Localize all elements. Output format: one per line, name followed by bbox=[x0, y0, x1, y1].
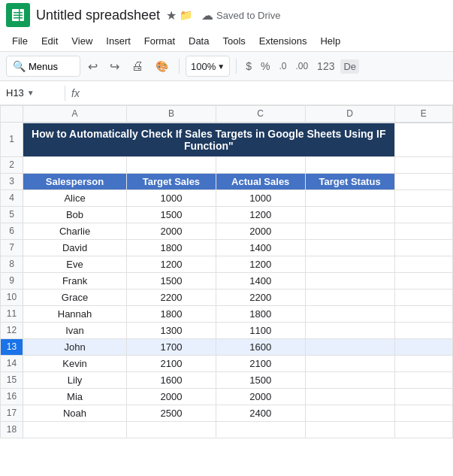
folder-icon[interactable]: 📁 bbox=[180, 9, 192, 21]
cell-e13[interactable] bbox=[394, 338, 452, 355]
cell-d2[interactable] bbox=[305, 156, 394, 173]
cell-a18[interactable] bbox=[23, 421, 127, 438]
header-target-sales[interactable]: Target Sales bbox=[127, 173, 216, 189]
redo-button[interactable]: ↪ bbox=[105, 56, 124, 77]
header-actual-sales[interactable]: Actual Sales bbox=[216, 173, 305, 189]
print-button[interactable]: 🖨 bbox=[127, 56, 148, 76]
cell-c5[interactable]: 1200 bbox=[216, 206, 305, 223]
cell-c13[interactable]: 1600 bbox=[216, 338, 305, 355]
cell-a8[interactable]: Eve bbox=[23, 256, 127, 272]
cell-d12[interactable] bbox=[305, 322, 394, 338]
row-num-2[interactable]: 2 bbox=[1, 156, 23, 173]
cell-reference[interactable]: H13 ▼ bbox=[6, 87, 59, 99]
spreadsheet-title-cell[interactable]: How to Automatically Check If Sales Targ… bbox=[23, 123, 395, 157]
row-num-18[interactable]: 18 bbox=[1, 421, 23, 438]
row-num-15[interactable]: 15 bbox=[1, 371, 23, 388]
cell-e6[interactable] bbox=[394, 223, 452, 239]
cell-d18[interactable] bbox=[305, 421, 394, 438]
cell-e2[interactable] bbox=[394, 156, 452, 173]
row-num-12[interactable]: 12 bbox=[1, 322, 23, 338]
search-menus[interactable]: 🔍 bbox=[6, 56, 80, 77]
cell-b4[interactable]: 1000 bbox=[127, 189, 216, 206]
cell-c2[interactable] bbox=[216, 156, 305, 173]
cell-a11[interactable]: Hannah bbox=[23, 305, 127, 322]
row-num-14[interactable]: 14 bbox=[1, 355, 23, 371]
cell-d9[interactable] bbox=[305, 272, 394, 289]
menu-insert[interactable]: Insert bbox=[100, 32, 137, 50]
cell-a2[interactable] bbox=[23, 156, 127, 173]
row-num-7[interactable]: 7 bbox=[1, 239, 23, 256]
row-num-8[interactable]: 8 bbox=[1, 256, 23, 272]
cell-a5[interactable]: Bob bbox=[23, 206, 127, 223]
header-salesperson[interactable]: Salesperson bbox=[23, 173, 127, 189]
cell-d7[interactable] bbox=[305, 239, 394, 256]
cell-c15[interactable]: 1500 bbox=[216, 371, 305, 388]
cell-e15[interactable] bbox=[394, 371, 452, 388]
menu-data[interactable]: Data bbox=[183, 32, 215, 50]
cell-e8[interactable] bbox=[394, 256, 452, 272]
cell-e16[interactable] bbox=[394, 388, 452, 405]
row-num-16[interactable]: 16 bbox=[1, 388, 23, 405]
cell-e12[interactable] bbox=[394, 322, 452, 338]
cell-c17[interactable]: 2400 bbox=[216, 405, 305, 421]
cell-e17[interactable] bbox=[394, 405, 452, 421]
row-num-10[interactable]: 10 bbox=[1, 289, 23, 305]
cell-d15[interactable] bbox=[305, 371, 394, 388]
col-header-b[interactable]: B bbox=[127, 106, 216, 123]
cell-e14[interactable] bbox=[394, 355, 452, 371]
cell-c18[interactable] bbox=[216, 421, 305, 438]
row-num-3[interactable]: 3 bbox=[1, 173, 23, 189]
cell-c9[interactable]: 1400 bbox=[216, 272, 305, 289]
cell-a4[interactable]: Alice bbox=[23, 189, 127, 206]
cell-b12[interactable]: 1300 bbox=[127, 322, 216, 338]
cell-d11[interactable] bbox=[305, 305, 394, 322]
star-icon[interactable]: ★ bbox=[166, 8, 177, 23]
cell-c8[interactable]: 1200 bbox=[216, 256, 305, 272]
currency-button[interactable]: $ bbox=[243, 59, 255, 74]
row-num-4[interactable]: 4 bbox=[1, 189, 23, 206]
decimal-dec-button[interactable]: .0 bbox=[276, 59, 289, 73]
menu-format[interactable]: Format bbox=[138, 32, 181, 50]
cell-a16[interactable]: Mia bbox=[23, 388, 127, 405]
cell-b2[interactable] bbox=[127, 156, 216, 173]
percent-button[interactable]: % bbox=[258, 59, 273, 74]
cell-b6[interactable]: 2000 bbox=[127, 223, 216, 239]
zoom-control[interactable]: 100% ▼ bbox=[186, 56, 230, 77]
cell-b16[interactable]: 2000 bbox=[127, 388, 216, 405]
menu-view[interactable]: View bbox=[65, 32, 98, 50]
cell-a17[interactable]: Noah bbox=[23, 405, 127, 421]
col-header-a[interactable]: A bbox=[23, 106, 127, 123]
document-title[interactable]: Untitled spreadsheet bbox=[36, 8, 160, 23]
decimal-inc-button[interactable]: .00 bbox=[292, 59, 311, 73]
cell-e1[interactable] bbox=[394, 123, 452, 157]
cell-e7[interactable] bbox=[394, 239, 452, 256]
cell-d5[interactable] bbox=[305, 206, 394, 223]
row-num-9[interactable]: 9 bbox=[1, 272, 23, 289]
menu-tools[interactable]: Tools bbox=[216, 32, 251, 50]
cell-b11[interactable]: 1800 bbox=[127, 305, 216, 322]
cell-b8[interactable]: 1200 bbox=[127, 256, 216, 272]
cell-b17[interactable]: 2500 bbox=[127, 405, 216, 421]
col-header-d[interactable]: D bbox=[305, 106, 394, 123]
row-num-17[interactable]: 17 bbox=[1, 405, 23, 421]
cell-a14[interactable]: Kevin bbox=[23, 355, 127, 371]
cell-e3[interactable] bbox=[394, 173, 452, 189]
cell-a7[interactable]: David bbox=[23, 239, 127, 256]
cell-c12[interactable]: 1100 bbox=[216, 322, 305, 338]
cell-c11[interactable]: 1800 bbox=[216, 305, 305, 322]
cell-c14[interactable]: 2100 bbox=[216, 355, 305, 371]
cell-d14[interactable] bbox=[305, 355, 394, 371]
row-num-5[interactable]: 5 bbox=[1, 206, 23, 223]
cell-a15[interactable]: Lily bbox=[23, 371, 127, 388]
cell-b14[interactable]: 2100 bbox=[127, 355, 216, 371]
undo-button[interactable]: ↩ bbox=[83, 56, 102, 77]
menu-extensions[interactable]: Extensions bbox=[253, 32, 313, 50]
row-num-13[interactable]: 13 bbox=[1, 338, 23, 355]
row-num-6[interactable]: 6 bbox=[1, 223, 23, 239]
cell-d13[interactable] bbox=[305, 338, 394, 355]
row-num-11[interactable]: 11 bbox=[1, 305, 23, 322]
row-num-1[interactable]: 1 bbox=[1, 123, 23, 157]
cell-c6[interactable]: 2000 bbox=[216, 223, 305, 239]
cell-b13[interactable]: 1700 bbox=[127, 338, 216, 355]
cell-c10[interactable]: 2200 bbox=[216, 289, 305, 305]
